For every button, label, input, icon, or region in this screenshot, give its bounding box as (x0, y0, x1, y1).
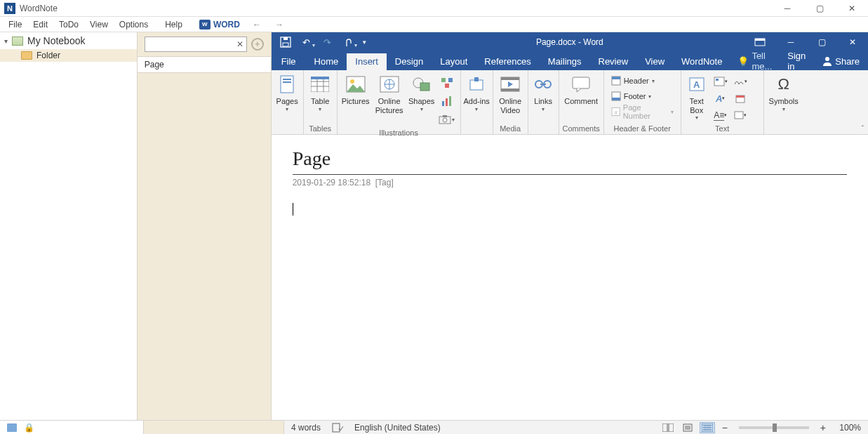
table-icon (309, 73, 331, 96)
footer-icon (611, 91, 621, 101)
ribbon-wordart-button[interactable]: A▾ (711, 90, 730, 107)
ribbon-datetime-button[interactable] (730, 90, 750, 107)
qat-customize-button[interactable]: ▾ (360, 32, 370, 52)
svg-rect-31 (474, 77, 479, 81)
svg-rect-26 (449, 96, 451, 106)
qat-save-button[interactable] (276, 32, 295, 52)
qat-undo-button[interactable]: ↶▾ (297, 32, 316, 52)
menu-file[interactable]: File (3, 17, 27, 32)
window-minimize-button[interactable]: ─ (771, 0, 803, 17)
nav-back-button[interactable]: ← (246, 20, 268, 29)
qat-redo-button[interactable]: ↷ (318, 32, 338, 52)
svg-rect-42 (612, 98, 620, 100)
svg-rect-24 (442, 101, 444, 106)
svg-point-28 (443, 118, 447, 122)
tab-references[interactable]: References (476, 53, 539, 70)
ribbon-page-number-button[interactable]: #Page Number▾ (608, 104, 676, 119)
word-maximize-button[interactable]: ▢ (806, 32, 837, 52)
status-spellcheck-icon[interactable] (332, 423, 343, 433)
page-number-icon: # (611, 107, 620, 117)
tab-home[interactable]: Home (306, 53, 347, 70)
ribbon-footer-button[interactable]: Footer▾ (608, 88, 655, 104)
ribbon-pages-button[interactable]: Pages ▾ (273, 72, 302, 114)
ribbon-signature-button[interactable]: ▾ (730, 73, 750, 90)
sidebar-folder[interactable]: Folder (0, 49, 137, 62)
menu-view[interactable]: View (84, 17, 114, 32)
ribbon-object-button[interactable]: ▾ (730, 107, 750, 124)
zoom-level[interactable]: 100% (833, 423, 861, 433)
ribbon-symbols-button[interactable]: Ω Symbols ▾ (766, 72, 802, 114)
ribbon-addins-button[interactable]: Add-ins ▾ (462, 72, 491, 114)
ribbon-comment-button[interactable]: Comment (561, 72, 602, 107)
menu-options[interactable]: Options (114, 17, 154, 32)
ribbon-links-button[interactable]: Links ▾ (530, 72, 557, 114)
svg-rect-33 (501, 77, 519, 80)
ribbon-header-button[interactable]: Header▾ (608, 73, 657, 88)
status-lock-icon[interactable]: 🔒 (24, 423, 34, 433)
clear-search-icon[interactable]: ✕ (236, 39, 243, 49)
ribbon-collapse-button[interactable]: ˆ (862, 125, 864, 133)
textbox-icon: A (686, 73, 708, 96)
zoom-in-button[interactable]: + (817, 422, 829, 433)
window-close-button[interactable]: ✕ (836, 0, 868, 17)
add-page-button[interactable]: + (251, 38, 264, 51)
ribbon-online-pictures-button[interactable]: Online Pictures (373, 72, 406, 116)
zoom-slider[interactable] (739, 426, 809, 429)
video-icon (499, 73, 521, 96)
svg-rect-20 (420, 83, 429, 91)
tab-design[interactable]: Design (387, 53, 432, 70)
ribbon-shapes-button[interactable]: Shapes ▾ (406, 72, 437, 114)
tab-review[interactable]: Review (590, 53, 637, 70)
tab-mailings[interactable]: Mailings (540, 53, 590, 70)
word-ribbon-options-button[interactable] (745, 32, 775, 52)
status-word-count[interactable]: 4 words (291, 423, 321, 433)
svg-rect-52 (333, 423, 340, 432)
ribbon-chart-button[interactable] (437, 93, 457, 110)
tab-file[interactable]: File (272, 53, 306, 70)
page-list-item[interactable]: Page (138, 56, 271, 73)
ribbon-pictures-label: Pictures (342, 97, 370, 106)
tab-view[interactable]: View (636, 53, 673, 70)
menu-word-toggle[interactable]: W WORD (194, 17, 246, 32)
svg-rect-21 (441, 78, 446, 82)
view-print-button[interactable] (680, 422, 695, 433)
word-close-button[interactable]: ✕ (837, 32, 868, 52)
menu-todo[interactable]: ToDo (53, 17, 84, 32)
ribbon-textbox-button[interactable]: A Text Box ▾ (683, 72, 711, 122)
ribbon-pictures-button[interactable]: Pictures (339, 72, 373, 107)
ribbon-smartart-button[interactable] (437, 74, 457, 91)
tab-wordnote[interactable]: WordNote (673, 53, 730, 70)
nav-forward-button[interactable]: → (268, 20, 291, 29)
zoom-out-button[interactable]: − (719, 422, 730, 433)
tab-insert[interactable]: Insert (347, 53, 387, 70)
ribbon-screenshot-button[interactable]: ▾ (437, 111, 457, 128)
svg-rect-38 (573, 77, 589, 88)
folder-icon (21, 51, 32, 60)
word-minimize-button[interactable]: ─ (775, 32, 806, 52)
svg-rect-8 (283, 81, 291, 83)
window-maximize-button[interactable]: ▢ (803, 0, 836, 17)
ribbon-dropcap-button[interactable]: A≡▾ (711, 107, 730, 124)
picture-icon (345, 73, 367, 96)
qat-touchmode-button[interactable]: ▾ (339, 32, 359, 52)
ribbon-online-video-button[interactable]: Online Video (495, 72, 526, 116)
ribbon-quickparts-button[interactable]: ▾ (711, 73, 730, 90)
ribbon-symbols-label: Symbols (769, 97, 799, 106)
ribbon-table-button[interactable]: Table ▾ (305, 72, 335, 114)
signin-button[interactable]: Sign in (779, 51, 814, 72)
tellme-search[interactable]: 💡 Tell me... (730, 51, 779, 72)
menu-help[interactable]: Help (159, 17, 188, 32)
status-notebook-icon[interactable] (7, 423, 17, 432)
document-area[interactable]: Page 2019-01-29 18:52:18 [Tag] (272, 135, 868, 420)
view-read-button[interactable] (660, 422, 676, 433)
tab-layout[interactable]: Layout (432, 53, 476, 70)
lightbulb-icon: 💡 (737, 56, 749, 67)
view-web-button[interactable] (700, 422, 715, 433)
menu-edit[interactable]: Edit (27, 17, 53, 32)
search-input[interactable]: ✕ (145, 37, 247, 52)
sidebar-notebook[interactable]: ▾ My Notebook (0, 32, 137, 49)
status-language[interactable]: English (United States) (354, 423, 441, 433)
online-picture-icon (378, 73, 401, 96)
ribbon-comment-label: Comment (564, 97, 598, 106)
share-button[interactable]: Share (814, 56, 868, 67)
